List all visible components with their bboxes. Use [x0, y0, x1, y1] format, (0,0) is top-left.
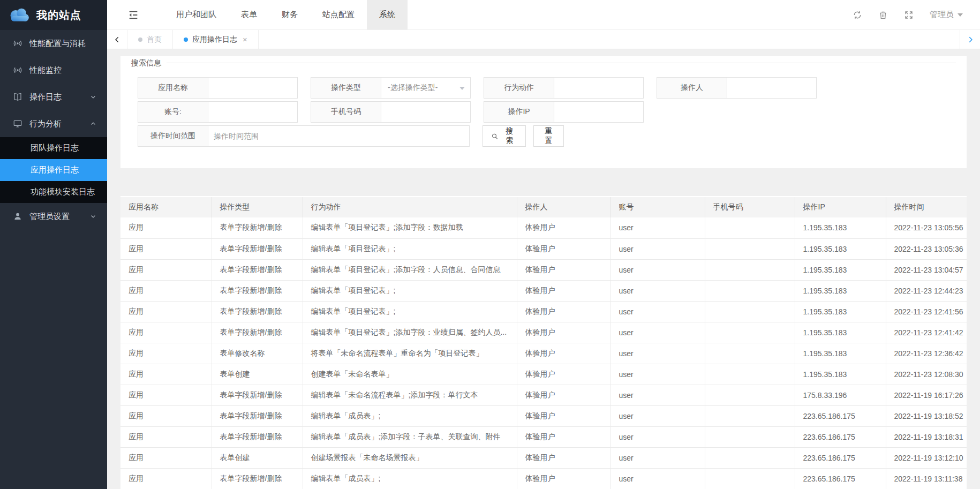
nav-item-system[interactable]: 系统 — [367, 0, 408, 29]
tab-dot-icon — [184, 37, 188, 42]
cell-app-name: 应用 — [120, 322, 212, 343]
nav-item-users-teams[interactable]: 用户和团队 — [164, 0, 229, 29]
behavior-analysis-submenu: 团队操作日志 应用操作日志 功能模块安装日志 — [0, 137, 107, 203]
cell-ip: 223.65.186.175 — [795, 468, 886, 489]
ip-input[interactable] — [554, 101, 644, 123]
col-header-op-type[interactable]: 操作类型 — [212, 197, 303, 217]
cell-action: 编辑表单「成员表」;添加字段：子表单、关联查询、附件 — [303, 426, 517, 447]
cell-operator: 体验用户 — [517, 405, 610, 426]
cell-operator: 体验用户 — [517, 259, 610, 280]
action-field-group: 行为动作 — [484, 77, 644, 99]
cell-action: 编辑表单「未命名流程表单」;添加字段：单行文本 — [303, 385, 517, 405]
tab-scroll-left-button[interactable] — [107, 30, 127, 49]
cell-operator: 体验用户 — [517, 468, 610, 489]
cell-ip: 1.195.35.183 — [795, 364, 886, 385]
op-type-select[interactable]: -选择操作类型- — [381, 77, 471, 99]
nav-item-label: 财务 — [282, 10, 298, 20]
phone-input[interactable] — [381, 101, 471, 123]
submenu-item-label: 应用操作日志 — [31, 165, 79, 175]
sidebar-item-operation-logs[interactable]: 操作日志 — [0, 84, 107, 110]
table-row[interactable]: 应用 表单字段新增/删除 编辑表单「成员表」; 体验用户 user 223.65… — [120, 468, 967, 489]
sidebar-item-performance-config[interactable]: 性能配置与消耗 — [0, 30, 107, 57]
topnav-actions: 管理员 — [853, 10, 963, 20]
cell-op-type: 表单字段新增/删除 — [212, 385, 303, 405]
tab-home[interactable]: 首页 — [127, 30, 173, 49]
site-title: 我的站点 — [36, 8, 81, 22]
sidebar-item-admin-settings[interactable]: 管理员设置 — [0, 203, 107, 230]
table-row[interactable]: 应用 表单字段新增/删除 编辑表单「项目登记表」; 体验用户 user 1.19… — [120, 238, 967, 259]
cell-ip: 223.65.186.175 — [795, 426, 886, 447]
time-range-field-group: 操作时间范围 — [138, 125, 470, 147]
col-header-operator[interactable]: 操作人 — [517, 197, 610, 217]
table-row[interactable]: 应用 表单修改名称 将表单「未命名流程表单」重命名为「项目登记表」 体验用户 u… — [120, 343, 967, 364]
cell-app-name: 应用 — [120, 447, 212, 468]
col-header-time[interactable]: 操作时间 — [886, 197, 967, 217]
col-header-account[interactable]: 账号 — [610, 197, 705, 217]
table-row[interactable]: 应用 表单字段新增/删除 编辑表单「未命名流程表单」;添加字段：单行文本 体验用… — [120, 385, 967, 405]
admin-dropdown[interactable]: 管理员 — [930, 10, 963, 20]
cell-action: 编辑表单「项目登记表」; — [303, 301, 517, 322]
search-row-3: 操作时间范围 搜 索 重置 — [131, 125, 956, 147]
sidebar-nav: 性能配置与消耗 性能监控 操作日志 行为分析 — [0, 30, 107, 230]
trash-icon[interactable] — [878, 10, 888, 20]
col-header-ip[interactable]: 操作IP — [795, 197, 886, 217]
cell-time: 2022-11-19 13:18:31 — [886, 426, 967, 447]
cell-op-type: 表单字段新增/删除 — [212, 280, 303, 301]
table-row[interactable]: 应用 表单字段新增/删除 编辑表单「项目登记表」; 体验用户 user 1.19… — [120, 301, 967, 322]
table-row[interactable]: 应用 表单字段新增/删除 编辑表单「项目登记表」;添加字段：人员信息、合同信息 … — [120, 259, 967, 280]
time-range-input[interactable] — [208, 125, 470, 147]
log-table: 应用名称 操作类型 行为动作 操作人 账号 手机号码 操作IP 操作时间 — [120, 197, 967, 489]
table-row[interactable]: 应用 表单创建 创建场景报表「未命名场景报表」 体验用户 user 223.65… — [120, 447, 967, 468]
cell-op-type: 表单字段新增/删除 — [212, 238, 303, 259]
col-header-phone[interactable]: 手机号码 — [705, 197, 795, 217]
caret-down-icon — [459, 87, 465, 90]
top-navbar: 用户和团队 表单 财务 站点配置 系统 管理员 — [107, 0, 980, 30]
site-logo: 我的站点 — [0, 0, 107, 30]
tab-label: 首页 — [147, 35, 162, 44]
cell-ip: 223.65.186.175 — [795, 405, 886, 426]
cloud-logo-icon — [7, 7, 31, 23]
nav-item-finance[interactable]: 财务 — [269, 0, 310, 29]
page-content: 搜索信息 应用名称 操作类型 -选择操作类型- — [107, 49, 980, 489]
sidebar-subitem-module-install-log[interactable]: 功能模块安装日志 — [0, 181, 107, 203]
cell-phone — [705, 405, 795, 426]
col-header-action[interactable]: 行为动作 — [303, 197, 517, 217]
tab-scroll-right-button[interactable] — [960, 30, 980, 49]
refresh-icon[interactable] — [853, 10, 862, 20]
app-name-input[interactable] — [208, 77, 298, 99]
action-input[interactable] — [554, 77, 644, 99]
cell-ip: 1.195.35.183 — [795, 280, 886, 301]
cell-phone — [705, 280, 795, 301]
search-icon — [491, 132, 499, 140]
search-button[interactable]: 搜 索 — [483, 125, 526, 147]
account-input[interactable] — [208, 101, 298, 123]
nav-item-forms[interactable]: 表单 — [229, 0, 269, 29]
table-row[interactable]: 应用 表单字段新增/删除 编辑表单「项目登记表」; 体验用户 user 1.19… — [120, 280, 967, 301]
cell-account: user — [610, 259, 705, 280]
table-row[interactable]: 应用 表单创建 创建表单「未命名表单」 体验用户 user 1.195.35.1… — [120, 364, 967, 385]
menu-toggle-icon[interactable] — [127, 9, 139, 21]
sidebar-item-performance-monitor[interactable]: 性能监控 — [0, 57, 107, 84]
tab-app-operation-log[interactable]: 应用操作日志 × — [173, 30, 259, 49]
nav-item-site-config[interactable]: 站点配置 — [310, 0, 367, 29]
tab-dot-icon — [138, 37, 142, 42]
chevron-up-icon — [90, 121, 96, 127]
podcast-icon — [13, 65, 22, 75]
cell-app-name: 应用 — [120, 238, 212, 259]
close-icon[interactable]: × — [243, 35, 247, 44]
table-row[interactable]: 应用 表单字段新增/删除 编辑表单「成员表」; 体验用户 user 223.65… — [120, 405, 967, 426]
fullscreen-icon[interactable] — [904, 10, 914, 20]
operator-input[interactable] — [727, 77, 817, 99]
cell-action: 编辑表单「项目登记表」; — [303, 238, 517, 259]
sidebar-subitem-app-operation-log[interactable]: 应用操作日志 — [0, 159, 107, 181]
phone-label: 手机号码 — [311, 101, 381, 123]
sidebar-subitem-team-operation-log[interactable]: 团队操作日志 — [0, 137, 107, 159]
nav-item-label: 站点配置 — [322, 10, 355, 20]
reset-button[interactable]: 重置 — [533, 125, 564, 147]
sidebar-item-behavior-analysis[interactable]: 行为分析 — [0, 110, 107, 137]
table-row[interactable]: 应用 表单字段新增/删除 编辑表单「项目登记表」;添加字段：数据加载 体验用户 … — [120, 217, 967, 238]
table-row[interactable]: 应用 表单字段新增/删除 编辑表单「项目登记表」;添加字段：业绩归属、签约人员.… — [120, 322, 967, 343]
cell-time: 2022-11-23 12:41:56 — [886, 301, 967, 322]
col-header-app-name[interactable]: 应用名称 — [120, 197, 212, 217]
table-row[interactable]: 应用 表单字段新增/删除 编辑表单「成员表」;添加字段：子表单、关联查询、附件 … — [120, 426, 967, 447]
